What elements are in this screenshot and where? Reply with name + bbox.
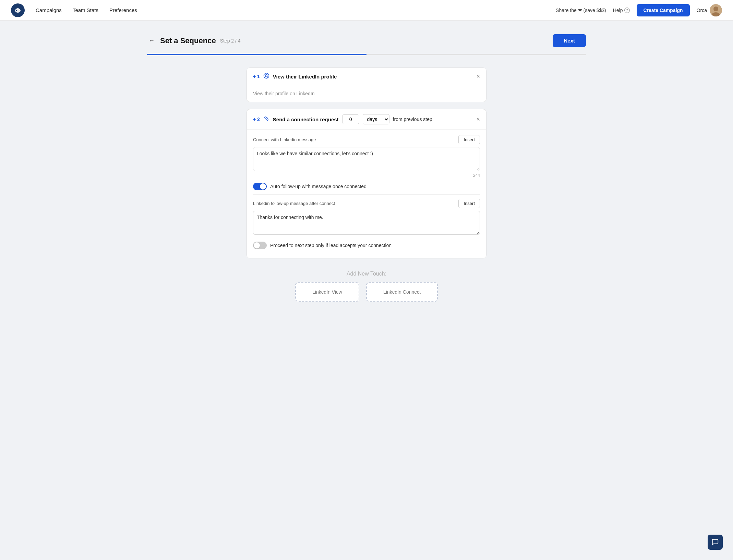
step-2-body: Connect with Linkedin message Insert Loo… — [247, 130, 486, 258]
svg-point-3 — [713, 7, 718, 11]
nav-team-stats[interactable]: Team Stats — [73, 7, 98, 13]
toggle-knob — [260, 183, 266, 190]
proceed-label: Proceed to next step only if lead accept… — [270, 243, 392, 248]
step-2-add[interactable]: + 2 — [253, 117, 260, 122]
followup-field-label: Linkedin follow-up message after connect — [253, 201, 335, 206]
auto-followup-label: Auto follow-up with message once connect… — [270, 184, 366, 189]
logo[interactable] — [11, 3, 25, 17]
step-1-icon — [263, 73, 269, 80]
step-label: Step 2 / 4 — [220, 38, 241, 44]
svg-point-7 — [265, 117, 266, 119]
proceed-toggle-row: Proceed to next step only if lead accept… — [253, 242, 480, 249]
step-2-icon — [263, 115, 269, 123]
touch-buttons: LinkedIn View LinkedIn Connect — [247, 282, 486, 302]
connect-field-row: Connect with Linkedin message Insert — [253, 135, 480, 144]
touch-btn-linkedin-view[interactable]: LinkedIn View — [295, 282, 359, 302]
header-left: ← Set a Sequence Step 2 / 4 — [147, 36, 241, 46]
svg-point-1 — [16, 10, 17, 11]
step-1-close-button[interactable]: × — [476, 73, 480, 80]
days-select[interactable]: days hours weeks — [363, 114, 389, 124]
page-title: Set a Sequence — [160, 36, 216, 45]
navbar: Campaigns Team Stats Preferences Share t… — [0, 0, 733, 21]
touch-btn-linkedin-connect[interactable]: LinkedIn Connect — [366, 282, 438, 302]
step-2-title: Send a connection request — [273, 117, 339, 122]
sequence-wrapper: + 1 View their LinkedIn profile × View t… — [247, 68, 486, 302]
step-1-title: View their LinkedIn profile — [273, 74, 337, 80]
add-new-touch-title: Add New Touch: — [247, 271, 486, 277]
progress-bar — [147, 54, 586, 55]
connect-insert-button[interactable]: Insert — [458, 135, 480, 144]
connect-message-textarea[interactable]: Looks like we have similar connections, … — [253, 147, 480, 171]
next-button[interactable]: Next — [553, 34, 586, 47]
step-1-card: + 1 View their LinkedIn profile × View t… — [247, 68, 486, 102]
svg-point-6 — [266, 74, 267, 76]
help-icon: ? — [624, 8, 630, 13]
followup-field-row: Linkedin follow-up message after connect… — [253, 199, 480, 208]
step-1-add[interactable]: + 1 — [253, 74, 260, 79]
add-new-touch-section: Add New Touch: LinkedIn View LinkedIn Co… — [247, 271, 486, 302]
days-input[interactable] — [342, 114, 359, 124]
main-nav: Campaigns Team Stats Preferences — [36, 7, 137, 13]
from-previous-label: from previous step. — [393, 117, 434, 122]
step-1-body: View their profile on LinkedIn — [247, 85, 486, 102]
help-link[interactable]: Help ? — [613, 8, 630, 13]
step-1-header: + 1 View their LinkedIn profile × — [247, 68, 486, 85]
back-button[interactable]: ← — [147, 36, 156, 46]
navbar-right: Share the ❤ (save $$$) Help ? Create Cam… — [556, 4, 722, 16]
avatar — [710, 4, 722, 16]
connect-field-label: Connect with Linkedin message — [253, 137, 316, 142]
nav-campaigns[interactable]: Campaigns — [36, 7, 62, 13]
step-2-header-left: + 2 Send a connection request days hours… — [253, 114, 434, 124]
followup-message-textarea[interactable]: Thanks for connecting with me. — [253, 211, 480, 235]
divider — [253, 194, 480, 195]
step-1-header-left: + 1 View their LinkedIn profile — [253, 73, 337, 80]
page-header: ← Set a Sequence Step 2 / 4 Next — [147, 34, 586, 47]
user-menu[interactable]: Orca — [697, 4, 722, 16]
connect-char-count: 244 — [253, 173, 480, 178]
followup-insert-button[interactable]: Insert — [458, 199, 480, 208]
auto-followup-toggle-row: Auto follow-up with message once connect… — [253, 183, 480, 190]
share-link[interactable]: Share the ❤ (save $$$) — [556, 8, 606, 13]
user-name: Orca — [697, 8, 707, 13]
step-2-header: + 2 Send a connection request days hours… — [247, 109, 486, 130]
step-2-close-button[interactable]: × — [476, 116, 480, 122]
step-2-card: + 2 Send a connection request days hours… — [247, 109, 486, 258]
auto-followup-toggle[interactable] — [253, 183, 267, 190]
proceed-toggle-knob — [254, 242, 260, 248]
nav-preferences[interactable]: Preferences — [109, 7, 137, 13]
chat-button[interactable] — [708, 535, 723, 550]
page-content: ← Set a Sequence Step 2 / 4 Next + 1 Vie… — [127, 21, 606, 315]
progress-fill — [147, 54, 366, 55]
svg-point-8 — [267, 119, 268, 121]
proceed-toggle[interactable] — [253, 242, 267, 249]
create-campaign-button[interactable]: Create Campaign — [637, 4, 690, 16]
